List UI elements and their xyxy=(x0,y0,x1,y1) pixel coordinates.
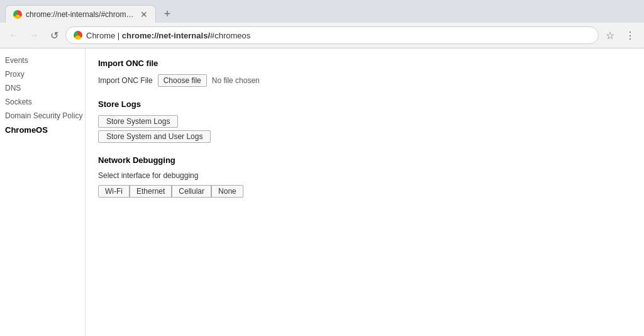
import-onc-section: Import ONC file Import ONC File Choose f… xyxy=(98,59,631,87)
import-onc-label: Import ONC File xyxy=(98,76,153,85)
address-url: chrome://net-internals/ xyxy=(122,31,210,40)
page-content: Events Proxy DNS Sockets Domain Security… xyxy=(0,48,644,336)
cellular-interface-button[interactable]: Cellular xyxy=(172,185,211,198)
address-bar-favicon-icon xyxy=(74,31,82,40)
bookmark-star-button[interactable]: ☆ xyxy=(601,26,619,44)
sidebar-item-domain-security-policy[interactable]: Domain Security Policy xyxy=(0,109,85,123)
browser-chrome: chrome://net-internals/#chrome... ✕ + ← … xyxy=(0,0,644,48)
sidebar: Events Proxy DNS Sockets Domain Security… xyxy=(0,48,86,336)
tab-favicon-icon xyxy=(13,10,22,19)
sidebar-item-events[interactable]: Events xyxy=(0,53,85,67)
address-text: Chrome | chrome://net-internals/#chromeo… xyxy=(86,31,591,40)
sidebar-item-chromeos[interactable]: ChromeOS xyxy=(0,123,85,137)
ethernet-interface-button[interactable]: Ethernet xyxy=(130,185,172,198)
address-scheme: Chrome xyxy=(86,31,115,40)
store-logs-buttons: Store System Logs Store System and User … xyxy=(98,115,631,143)
none-interface-button[interactable]: None xyxy=(211,185,243,198)
active-tab[interactable]: chrome://net-internals/#chrome... ✕ xyxy=(5,5,156,23)
network-debugging-title: Network Debugging xyxy=(98,155,631,165)
file-name-display: No file chosen xyxy=(212,76,260,85)
sidebar-item-dns[interactable]: DNS xyxy=(0,81,85,95)
new-tab-button[interactable]: + xyxy=(158,5,176,23)
interface-buttons: Wi-Fi Ethernet Cellular None xyxy=(98,185,631,198)
import-onc-title: Import ONC file xyxy=(98,59,631,68)
address-separator: | xyxy=(115,31,122,40)
main-content: Import ONC file Import ONC File Choose f… xyxy=(86,48,644,336)
store-system-user-logs-button[interactable]: Store System and User Logs xyxy=(98,130,211,143)
choose-file-button[interactable]: Choose file xyxy=(158,74,207,87)
tab-title: chrome://net-internals/#chrome... xyxy=(26,10,135,19)
wifi-interface-button[interactable]: Wi-Fi xyxy=(98,185,130,198)
import-onc-row: Import ONC File Choose file No file chos… xyxy=(98,74,631,87)
select-interface-label: Select interface for debugging xyxy=(98,171,631,180)
sidebar-item-sockets[interactable]: Sockets xyxy=(0,95,85,109)
store-logs-section: Store Logs Store System Logs Store Syste… xyxy=(98,99,631,143)
tab-close-button[interactable]: ✕ xyxy=(140,10,148,19)
store-logs-title: Store Logs xyxy=(98,99,631,109)
address-bar[interactable]: Chrome | chrome://net-internals/#chromeo… xyxy=(65,26,599,44)
chrome-menu-button[interactable]: ⋮ xyxy=(621,26,639,44)
forward-button[interactable]: → xyxy=(25,26,43,44)
address-hash: #chromeos xyxy=(210,31,250,40)
back-button[interactable]: ← xyxy=(5,26,23,44)
tab-bar: chrome://net-internals/#chrome... ✕ + xyxy=(0,0,644,23)
toolbar: ← → ↺ Chrome | chrome://net-internals/#c… xyxy=(0,23,644,48)
network-debugging-section: Network Debugging Select interface for d… xyxy=(98,155,631,198)
reload-button[interactable]: ↺ xyxy=(45,26,63,44)
store-system-logs-button[interactable]: Store System Logs xyxy=(98,115,178,128)
sidebar-item-proxy[interactable]: Proxy xyxy=(0,67,85,81)
